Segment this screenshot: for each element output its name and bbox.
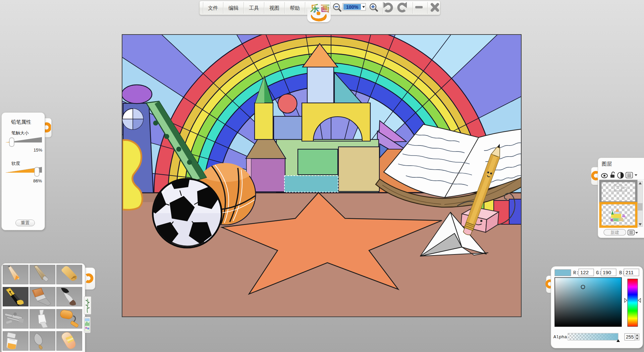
svg-text:新建: 新建 xyxy=(610,230,619,235)
svg-text:211: 211 xyxy=(626,270,634,275)
svg-text:Alpha: Alpha xyxy=(553,335,567,340)
svg-text:G:: G: xyxy=(596,270,602,276)
svg-text:画: 画 xyxy=(321,3,329,13)
svg-text:R:: R: xyxy=(573,270,579,276)
svg-text:190: 190 xyxy=(603,270,611,275)
svg-text:122: 122 xyxy=(580,270,589,275)
svg-text:100%: 100% xyxy=(346,4,358,10)
svg-text:255: 255 xyxy=(626,334,634,340)
